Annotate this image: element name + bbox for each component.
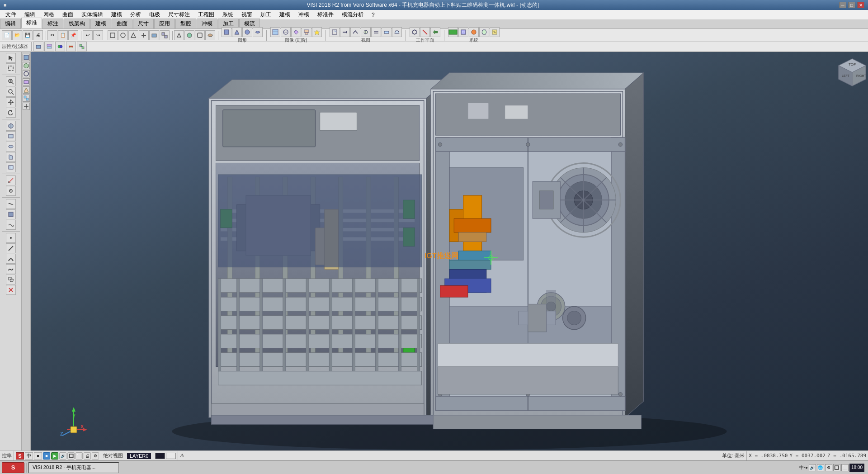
- tb-r1-8[interactable]: [184, 30, 194, 40]
- tool-line[interactable]: [6, 243, 16, 253]
- tool-zoom-window[interactable]: [6, 87, 16, 97]
- side-btn3[interactable]: [23, 70, 30, 77]
- tb-r1-2[interactable]: [118, 30, 128, 40]
- tray-icon2[interactable]: 🌐: [817, 464, 824, 471]
- status-icon-9[interactable]: ⚙: [92, 452, 99, 460]
- menu-standards[interactable]: 标准件: [314, 10, 337, 19]
- tool-view-front[interactable]: [6, 131, 16, 141]
- tool-spline[interactable]: [6, 264, 16, 274]
- tb-sys2[interactable]: [458, 27, 468, 37]
- tb-shape4[interactable]: [253, 27, 263, 37]
- tool-zoom-all[interactable]: [6, 76, 16, 86]
- tb-print[interactable]: 🖨: [33, 30, 43, 40]
- tb-layer2[interactable]: [44, 42, 54, 52]
- status-icon-2[interactable]: ●: [34, 452, 42, 460]
- tray-icon3[interactable]: ⚙: [825, 464, 832, 471]
- tb-sys4[interactable]: [479, 27, 489, 37]
- side-btn4[interactable]: [23, 78, 30, 85]
- tb-img3[interactable]: [291, 27, 301, 37]
- layer-swatch-dark[interactable]: [155, 453, 165, 459]
- menu-surface[interactable]: 曲面: [59, 10, 77, 19]
- tool-view-iso[interactable]: [6, 121, 16, 131]
- tab-edit[interactable]: 编辑: [0, 19, 21, 28]
- tool-view-back[interactable]: [6, 162, 16, 172]
- tab-dimension[interactable]: 尺寸: [133, 19, 154, 28]
- side-btn5[interactable]: [23, 86, 30, 94]
- menu-model2[interactable]: 建模: [276, 10, 294, 19]
- tb-save[interactable]: 💾: [23, 30, 33, 40]
- tray-time-display[interactable]: 18:00: [849, 464, 864, 472]
- tool-snap[interactable]: [6, 186, 16, 196]
- tool-rotate[interactable]: [6, 108, 16, 118]
- tb-shape1[interactable]: [222, 27, 231, 37]
- tray-icon5[interactable]: ⬜: [841, 464, 849, 471]
- menu-drawing[interactable]: 工程图: [194, 10, 218, 19]
- tb-img4[interactable]: [302, 27, 311, 37]
- tool-delete[interactable]: [6, 285, 16, 295]
- tb-wp1[interactable]: [410, 27, 420, 37]
- tb-view5[interactable]: [371, 27, 381, 37]
- menu-analysis[interactable]: 分析: [127, 10, 145, 19]
- tb-sys1[interactable]: [448, 27, 458, 37]
- tb-r1-3[interactable]: [128, 30, 138, 40]
- tb-layer4[interactable]: [66, 42, 76, 52]
- tb-wp2[interactable]: [420, 27, 430, 37]
- taskbar-app-item[interactable]: VISI 2018 R2 - 手机充电器...: [28, 462, 119, 473]
- tb-cut[interactable]: ✂: [47, 30, 57, 40]
- tb-paste[interactable]: 📌: [68, 30, 78, 40]
- tool-wire[interactable]: [6, 199, 16, 209]
- tab-wireframe[interactable]: 线架构: [64, 19, 90, 28]
- tool-select-box[interactable]: [6, 63, 16, 73]
- layer-swatch-light[interactable]: [166, 453, 176, 459]
- menu-file[interactable]: 文件: [2, 10, 20, 19]
- status-icon-4[interactable]: ▶: [51, 452, 58, 460]
- tb-img2[interactable]: [281, 27, 291, 37]
- side-btn1[interactable]: [23, 54, 30, 61]
- tab-die[interactable]: 冲模: [197, 19, 217, 28]
- tb-img5[interactable]: [312, 27, 322, 37]
- tb-r1-7[interactable]: [174, 30, 184, 40]
- status-icon-s[interactable]: S: [16, 452, 24, 460]
- status-icon-7[interactable]: ⬜: [75, 452, 83, 460]
- menu-flow[interactable]: 模流分析: [338, 10, 367, 19]
- status-icon-8[interactable]: 🖨: [84, 452, 91, 460]
- tab-cavity[interactable]: 型腔: [175, 19, 196, 28]
- start-button[interactable]: S: [2, 462, 24, 473]
- menu-model[interactable]: 建模: [108, 10, 126, 19]
- tb-r1-5[interactable]: [149, 30, 159, 40]
- tb-new[interactable]: 📄: [2, 30, 12, 40]
- tb-shape2[interactable]: [232, 27, 242, 37]
- tb-layer5[interactable]: [77, 42, 87, 52]
- tb-redo[interactable]: ↪: [93, 30, 103, 40]
- status-icon-1[interactable]: 中: [25, 452, 33, 460]
- menu-help[interactable]: ?: [368, 11, 378, 19]
- tb-view7[interactable]: [392, 27, 402, 37]
- tab-annotation[interactable]: 标注: [42, 19, 63, 28]
- tb-r1-1[interactable]: [108, 30, 118, 40]
- tb-sys5[interactable]: [490, 27, 500, 37]
- tb-view4[interactable]: [361, 27, 371, 37]
- tool-solid[interactable]: [6, 209, 16, 219]
- 3d-viewport[interactable]: IGT推送网 Y X Z: [31, 52, 868, 459]
- tb-r1-10[interactable]: [205, 30, 215, 40]
- tb-open[interactable]: 📂: [12, 30, 22, 40]
- minimize-button[interactable]: ─: [839, 2, 846, 8]
- tb-layer1[interactable]: [33, 42, 43, 52]
- tb-view3[interactable]: [350, 27, 360, 37]
- tool-pt[interactable]: [6, 233, 16, 243]
- tb-wp3[interactable]: [430, 27, 440, 37]
- menu-die[interactable]: 冲模: [295, 10, 313, 19]
- tab-standard[interactable]: 标准: [21, 18, 42, 28]
- tool-arc[interactable]: [6, 254, 16, 264]
- menu-grid[interactable]: 网格: [40, 10, 58, 19]
- menu-electrode[interactable]: 电极: [146, 10, 164, 19]
- tb-img1[interactable]: [270, 27, 280, 37]
- side-btn2[interactable]: [23, 62, 30, 69]
- tab-surface[interactable]: 曲面: [112, 19, 132, 28]
- tab-apply[interactable]: 应用: [154, 19, 175, 28]
- menu-view[interactable]: 视窗: [238, 10, 256, 19]
- view-cube[interactable]: TOP LEFT RIGHT: [836, 57, 863, 84]
- tb-view6[interactable]: [382, 27, 392, 37]
- tb-r1-9[interactable]: [195, 30, 205, 40]
- tab-model[interactable]: 建模: [90, 19, 111, 28]
